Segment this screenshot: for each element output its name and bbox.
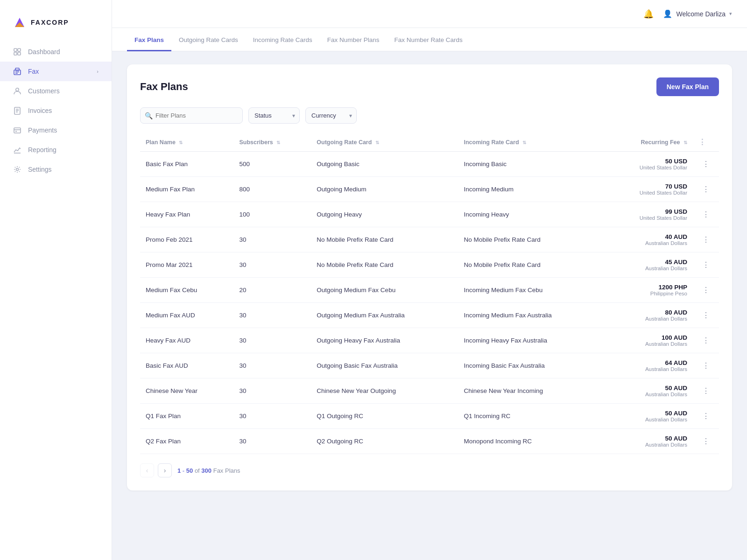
cell-actions: ⋮	[693, 252, 719, 278]
table-row: Medium Fax Cebu 20 Outgoing Medium Fax C…	[140, 278, 719, 303]
cell-actions: ⋮	[693, 202, 719, 227]
user-menu[interactable]: 👤 Welcome Darliza ▾	[663, 9, 732, 18]
row-more-button[interactable]: ⋮	[698, 410, 713, 422]
cell-outgoing-rate-card[interactable]: Outgoing Heavy Fax Australia	[311, 328, 458, 353]
cell-outgoing-rate-card[interactable]: Outgoing Medium	[311, 177, 458, 202]
cell-actions: ⋮	[693, 152, 719, 177]
row-more-button[interactable]: ⋮	[698, 334, 713, 347]
sidebar-item-payments[interactable]: Payments	[0, 120, 112, 140]
cell-outgoing-rate-card: No Mobile Prefix Rate Card	[311, 252, 458, 278]
sort-subscribers-icon[interactable]: ⇅	[276, 140, 280, 145]
table-row: Basic Fax Plan 500 Outgoing Basic Incomi…	[140, 152, 719, 177]
main-card: Fax Plans New Fax Plan 🔍 Status Active I…	[127, 64, 732, 490]
table-body: Basic Fax Plan 500 Outgoing Basic Incomi…	[140, 152, 719, 454]
currency-select[interactable]: Currency USD AUD PHP	[305, 107, 357, 124]
search-input[interactable]	[140, 107, 243, 124]
row-more-button[interactable]: ⋮	[698, 259, 713, 271]
th-recurring-fee: Recurring Fee ⇅	[606, 133, 693, 152]
cell-outgoing-rate-card[interactable]: Outgoing Heavy	[311, 202, 458, 227]
tab-fax-number-rate-cards[interactable]: Fax Number Rate Cards	[387, 28, 470, 51]
cell-subscribers: 30	[233, 303, 311, 328]
cell-actions: ⋮	[693, 227, 719, 252]
cell-subscribers: 30	[233, 328, 311, 353]
cell-incoming-rate-card: Monopond Incoming RC	[458, 429, 605, 454]
sidebar-item-customers[interactable]: Customers	[0, 81, 112, 101]
fax-icon	[13, 67, 21, 76]
sidebar-item-fax[interactable]: Fax ›	[0, 62, 112, 81]
new-fax-plan-button[interactable]: New Fax Plan	[656, 77, 719, 96]
row-more-button[interactable]: ⋮	[698, 233, 713, 246]
tab-fax-plans[interactable]: Fax Plans	[127, 28, 171, 51]
prev-page-button[interactable]: ‹	[140, 463, 154, 477]
logo-icon	[13, 16, 26, 29]
cell-recurring-fee: 50 AUD Australian Dollars	[606, 404, 693, 429]
cell-outgoing-rate-card[interactable]: Q1 Outgoing RC	[311, 404, 458, 429]
sort-recurring-icon[interactable]: ⇅	[684, 140, 687, 145]
row-more-button[interactable]: ⋮	[698, 183, 713, 196]
cell-actions: ⋮	[693, 353, 719, 378]
cell-plan-name: Heavy Fax Plan	[140, 202, 233, 227]
pagination-row: ‹ › 1 - 50 of 300 Fax Plans	[140, 454, 719, 477]
sidebar-item-dashboard[interactable]: Dashboard	[0, 42, 112, 62]
tab-incoming-rate-cards[interactable]: Incoming Rate Cards	[246, 28, 320, 51]
search-wrap: 🔍	[140, 107, 243, 124]
cell-actions: ⋮	[693, 278, 719, 303]
cell-recurring-fee: 50 AUD Australian Dollars	[606, 378, 693, 404]
status-select[interactable]: Status Active Inactive	[248, 107, 300, 124]
cell-subscribers: 30	[233, 429, 311, 454]
next-page-button[interactable]: ›	[158, 463, 172, 477]
cell-subscribers: 100	[233, 202, 311, 227]
row-more-button[interactable]: ⋮	[698, 309, 713, 322]
customers-icon	[13, 87, 21, 95]
row-more-button[interactable]: ⋮	[698, 158, 713, 170]
card-header: Fax Plans New Fax Plan	[140, 77, 719, 96]
cell-incoming-rate-card[interactable]: Chinese New Year Incoming	[458, 378, 605, 404]
cell-subscribers: 30	[233, 353, 311, 378]
cell-outgoing-rate-card[interactable]: Outgoing Medium Fax Cebu	[311, 278, 458, 303]
welcome-text: Welcome Darliza	[676, 10, 726, 18]
cell-plan-name: Basic Fax AUD	[140, 353, 233, 378]
page-content: Fax Plans New Fax Plan 🔍 Status Active I…	[112, 51, 747, 560]
row-more-button[interactable]: ⋮	[698, 284, 713, 296]
cell-incoming-rate-card: Incoming Basic	[458, 152, 605, 177]
sidebar-item-invoices[interactable]: Invoices	[0, 101, 112, 120]
tab-outgoing-rate-cards[interactable]: Outgoing Rate Cards	[171, 28, 246, 51]
sidebar-item-settings[interactable]: Settings	[0, 160, 112, 179]
bell-icon[interactable]: 🔔	[643, 9, 654, 19]
cell-plan-name: Promo Mar 2021	[140, 252, 233, 278]
th-incoming-rate-card: Incoming Rate Card ⇅	[458, 133, 605, 152]
cell-outgoing-rate-card[interactable]: Chinese New Year Outgoing	[311, 378, 458, 404]
row-more-button[interactable]: ⋮	[698, 359, 713, 372]
cell-subscribers: 30	[233, 227, 311, 252]
sort-incoming-icon[interactable]: ⇅	[522, 140, 526, 145]
row-more-button[interactable]: ⋮	[698, 385, 713, 397]
cell-outgoing-rate-card[interactable]: Outgoing Basic	[311, 152, 458, 177]
cell-recurring-fee: 50 USD United States Dollar	[606, 152, 693, 177]
cell-recurring-fee: 99 USD United States Dollar	[606, 202, 693, 227]
cell-recurring-fee: 1200 PHP Philippine Peso	[606, 278, 693, 303]
cell-plan-name: Chinese New Year	[140, 378, 233, 404]
cell-incoming-rate-card: Incoming Medium Fax Cebu	[458, 278, 605, 303]
topbar: 🔔 👤 Welcome Darliza ▾	[112, 0, 747, 28]
cell-actions: ⋮	[693, 378, 719, 404]
row-more-button[interactable]: ⋮	[698, 435, 713, 448]
cell-outgoing-rate-card[interactable]: Outgoing Basic Fax Australia	[311, 353, 458, 378]
cell-outgoing-rate-card: No Mobile Prefix Rate Card	[311, 227, 458, 252]
sidebar-item-reporting[interactable]: Reporting	[0, 140, 112, 160]
cell-outgoing-rate-card[interactable]: Outgoing Medium Fax Australia	[311, 303, 458, 328]
sort-plan-name-icon[interactable]: ⇅	[179, 140, 183, 145]
row-more-button[interactable]: ⋮	[698, 208, 713, 221]
cell-recurring-fee: 100 AUD Australian Dollars	[606, 328, 693, 353]
cell-outgoing-rate-card[interactable]: Q2 Outgoing RC	[311, 429, 458, 454]
cell-plan-name: Medium Fax Cebu	[140, 278, 233, 303]
sidebar: FAXCORP Dashboard Fax ›	[0, 0, 112, 560]
tab-fax-number-plans[interactable]: Fax Number Plans	[320, 28, 387, 51]
more-options-header-icon: ⋮	[698, 138, 706, 146]
svg-point-10	[16, 88, 19, 91]
svg-rect-2	[14, 49, 17, 51]
th-subscribers: Subscribers ⇅	[233, 133, 311, 152]
fax-chevron-icon: ›	[97, 69, 99, 74]
cell-incoming-rate-card: Incoming Medium Fax Australia	[458, 303, 605, 328]
sort-outgoing-icon[interactable]: ⇅	[375, 140, 379, 145]
user-icon: 👤	[663, 9, 672, 18]
